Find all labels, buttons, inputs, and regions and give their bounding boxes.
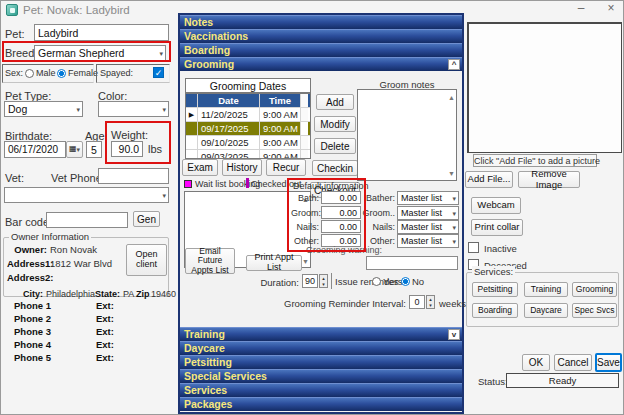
groom-value: 0.00 (339, 208, 357, 218)
remove-image-button[interactable]: Remove Image (518, 171, 580, 188)
birthdate-input[interactable]: 06/17/2020 (4, 141, 66, 158)
phone4-label: Phone 4 (14, 339, 51, 350)
exam-button[interactable]: Exam (182, 159, 218, 176)
groom-staff-select[interactable]: Master list▾ (397, 206, 459, 220)
interval-value: 0 (414, 297, 419, 307)
cell-time: 9:00 AM (260, 136, 301, 149)
cancel-button[interactable]: Cancel (554, 354, 592, 371)
duration-stepper[interactable]: ▴ ▾ (319, 274, 328, 288)
accordion-header-packages[interactable]: Packages (180, 397, 462, 411)
scroll-down-icon[interactable]: ▼ (448, 170, 455, 177)
accordion-header-boarding[interactable]: Boarding (180, 43, 462, 57)
checkin-button[interactable]: Checkin (312, 160, 358, 176)
spayed-checkbox[interactable]: ✓ (153, 67, 164, 78)
bather-staff-value: Master list (401, 193, 442, 203)
services-group-label: Services: (472, 266, 515, 277)
inactive-label: Inactive (484, 243, 517, 254)
female-radio[interactable] (57, 69, 66, 78)
grid-scrollbar[interactable] (301, 94, 308, 107)
groom-input[interactable]: 0.00 (321, 206, 361, 219)
bath-input[interactable]: 0.00 (321, 191, 361, 204)
inactive-checkbox[interactable] (468, 242, 479, 253)
service-boarding-button[interactable]: Boarding (472, 303, 518, 318)
barcode-input[interactable] (46, 212, 128, 228)
recur-button[interactable]: Recur (266, 159, 306, 176)
scroll-down-icon[interactable]: ▼ (302, 258, 309, 265)
accordion-header-daycare[interactable]: Daycare (180, 341, 462, 355)
close-button[interactable]: × (603, 1, 619, 16)
history-button[interactable]: History (222, 159, 262, 176)
accordion-header-grooming-label: Grooming (184, 58, 234, 70)
grooming-dates-grid: Date Time ▶ 11/20/2025 9:00 AM 09/17/202… (185, 93, 311, 159)
interval-value-box[interactable]: 0 (409, 295, 425, 309)
service-spec-svcs-button[interactable]: Spec Svcs (572, 303, 617, 318)
accordion-header-training[interactable]: Training v (180, 327, 462, 341)
add-file-button[interactable]: Add File... (465, 171, 513, 188)
breed-value: German Shepherd (38, 47, 124, 59)
cell-time: 9:00 AM (260, 108, 301, 121)
accordion-header-services[interactable]: Services (180, 383, 462, 397)
pet-name-input[interactable]: Ladybird (34, 24, 169, 41)
groom-notes-textarea[interactable] (357, 89, 457, 181)
duration-value-box[interactable]: 90 (302, 274, 318, 288)
service-daycare-button[interactable]: Daycare (524, 303, 568, 318)
accordion-header-vaccinations[interactable]: Vaccinations (180, 29, 462, 43)
accordion-header-notes[interactable]: Notes (180, 15, 462, 29)
nails-staff-select[interactable]: Master list▾ (397, 220, 459, 234)
delete-button[interactable]: Delete (314, 138, 356, 154)
interval-stepper[interactable]: ▴ ▾ (426, 295, 435, 309)
grooming-warning-input[interactable] (366, 256, 458, 270)
gen-barcode-button[interactable]: Gen (133, 211, 160, 227)
reminders-yes-radio[interactable] (372, 277, 381, 286)
print-appt-list-button[interactable]: Print Appt List (246, 255, 302, 271)
expand-icon[interactable]: v (448, 329, 460, 340)
scroll-up-icon[interactable]: ▲ (448, 94, 455, 101)
male-radio[interactable] (25, 69, 34, 78)
calendar-picker-button[interactable]: ▦▾ (66, 141, 83, 158)
service-training-button[interactable]: Training (524, 282, 568, 297)
accordion-header-grooming[interactable]: Grooming ^ (180, 57, 462, 71)
service-grooming-button[interactable]: Grooming (572, 282, 617, 297)
open-client-button[interactable]: Open client (126, 244, 167, 276)
spin-down-icon[interactable]: ▾ (322, 281, 325, 287)
print-collar-button[interactable]: Print collar (471, 219, 523, 236)
accordion-header-special-services[interactable]: Special Services (180, 369, 462, 383)
table-row[interactable]: 09/10/2025 9:00 AM (186, 136, 310, 150)
table-row[interactable]: 09/03/2025 9:00 AM (186, 150, 310, 159)
reminders-no-label: No (412, 276, 424, 287)
vet-phone-input[interactable] (98, 168, 169, 184)
chevron-down-icon: ▾ (77, 146, 81, 153)
grid-col-time[interactable]: Time (260, 94, 301, 107)
other-staff-select[interactable]: Master list▾ (397, 234, 459, 248)
row-selector (186, 150, 198, 159)
modify-button[interactable]: Modify (314, 116, 356, 132)
reminders-no-radio[interactable] (401, 277, 410, 286)
webcam-button[interactable]: Webcam (471, 197, 521, 214)
nails-input[interactable]: 0.00 (321, 220, 361, 233)
service-petsitting-button[interactable]: Petsitting (472, 282, 518, 297)
table-row-selected[interactable]: 09/17/2025 9:00 AM (186, 122, 310, 136)
vet-select[interactable]: ▾ (4, 187, 169, 203)
collapse-icon[interactable]: ^ (448, 59, 460, 70)
phone1-label: Phone 1 (14, 300, 51, 311)
email-future-appts-button[interactable]: Email Future Appts List (185, 248, 235, 274)
grid-col-date[interactable]: Date (198, 94, 260, 107)
weight-unit-label: lbs (148, 143, 162, 155)
ok-button[interactable]: OK (522, 354, 550, 371)
spin-down-icon[interactable]: ▾ (429, 302, 432, 308)
minimize-button[interactable]: – (573, 1, 589, 16)
pet-type-select[interactable]: Dog ▾ (4, 101, 83, 117)
waitlist-legend-icon (184, 180, 192, 188)
table-row[interactable]: ▶ 11/20/2025 9:00 AM (186, 108, 310, 122)
weight-input[interactable]: 90.0 (111, 141, 143, 157)
accordion-header-petsitting[interactable]: Petsitting (180, 355, 462, 369)
services-group (466, 272, 619, 327)
bather-staff-select[interactable]: Master list▾ (397, 191, 459, 205)
add-button[interactable]: Add (316, 94, 354, 110)
weeks-label: weeks (439, 298, 466, 309)
color-select[interactable]: ▾ (98, 101, 169, 117)
breed-select[interactable]: German Shepherd ▾ (34, 45, 166, 61)
pet-type-value: Dog (8, 103, 27, 115)
weight-value: 90.0 (119, 143, 139, 155)
save-button[interactable]: Save (595, 353, 622, 372)
